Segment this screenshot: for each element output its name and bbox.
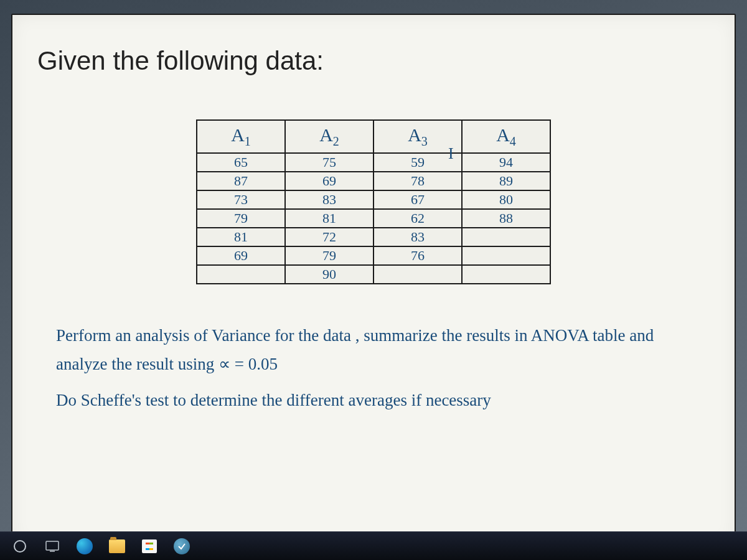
page-heading: Given the following data: bbox=[37, 46, 710, 76]
start-button[interactable] bbox=[5, 534, 35, 559]
cell: 69 bbox=[285, 172, 374, 190]
data-table: A1 A2 A3 A4 65 75 59 94 87 69 78 89 73 8… bbox=[196, 119, 551, 284]
text-cursor-icon: I bbox=[448, 144, 454, 163]
windows-start-icon bbox=[14, 540, 26, 553]
cell: 90 bbox=[285, 265, 374, 284]
col-header-a2: A2 bbox=[285, 120, 374, 153]
cell: 94 bbox=[462, 153, 550, 172]
svg-rect-0 bbox=[46, 541, 59, 550]
table-row: 69 79 76 bbox=[197, 246, 550, 265]
table-row: 90 bbox=[197, 265, 550, 284]
cell bbox=[462, 265, 550, 284]
cell bbox=[462, 228, 550, 246]
table-row: 87 69 78 89 bbox=[197, 172, 550, 190]
pinned-app-button[interactable] bbox=[167, 534, 197, 559]
cell: 72 bbox=[285, 228, 374, 246]
cell: 73 bbox=[197, 190, 285, 209]
cell: 67 bbox=[374, 190, 462, 209]
cell: 83 bbox=[374, 228, 462, 246]
col-header-a4: A4 bbox=[462, 120, 550, 153]
microsoft-store-button[interactable] bbox=[134, 534, 164, 559]
instruction-paragraph-1: Perform an analysis of Variance for the … bbox=[56, 322, 691, 379]
file-explorer-button[interactable] bbox=[102, 534, 132, 559]
cell bbox=[462, 246, 550, 265]
cell bbox=[197, 265, 285, 284]
instruction-paragraph-2: Do Scheffe's test to determine the diffe… bbox=[56, 386, 691, 415]
table-row: 65 75 59 94 bbox=[197, 153, 550, 172]
cell: 62 bbox=[374, 209, 462, 228]
cell bbox=[374, 265, 462, 284]
edge-browser-button[interactable] bbox=[70, 534, 100, 559]
cell: 75 bbox=[285, 153, 374, 172]
col-header-a1: A1 bbox=[197, 120, 285, 153]
cell: 89 bbox=[462, 172, 550, 190]
app-icon bbox=[174, 538, 190, 554]
store-icon bbox=[142, 539, 157, 553]
cell: 69 bbox=[197, 246, 285, 265]
cell: 81 bbox=[285, 209, 374, 228]
cell: 83 bbox=[285, 190, 374, 209]
cell: 79 bbox=[197, 209, 285, 228]
edge-icon bbox=[77, 538, 93, 554]
cell: 76 bbox=[374, 246, 462, 265]
cell: 81 bbox=[197, 228, 285, 246]
table-row: 79 81 62 88 bbox=[197, 209, 550, 228]
task-view-button[interactable] bbox=[37, 534, 67, 559]
windows-taskbar bbox=[0, 531, 747, 560]
cell: 80 bbox=[462, 190, 550, 209]
cell: 79 bbox=[285, 246, 374, 265]
folder-icon bbox=[109, 539, 125, 553]
table-row: 81 72 83 bbox=[197, 228, 550, 246]
table-header-row: A1 A2 A3 A4 bbox=[197, 120, 550, 153]
cell: 88 bbox=[462, 209, 550, 228]
table-body: 65 75 59 94 87 69 78 89 73 83 67 80 79 8… bbox=[197, 153, 550, 284]
cell: 78 bbox=[374, 172, 462, 190]
cell: 87 bbox=[197, 172, 285, 190]
cell: 65 bbox=[197, 153, 285, 172]
task-view-icon bbox=[45, 541, 59, 552]
table-row: 73 83 67 80 bbox=[197, 190, 550, 209]
document-page: Given the following data: A1 A2 A3 A4 65… bbox=[11, 14, 736, 546]
